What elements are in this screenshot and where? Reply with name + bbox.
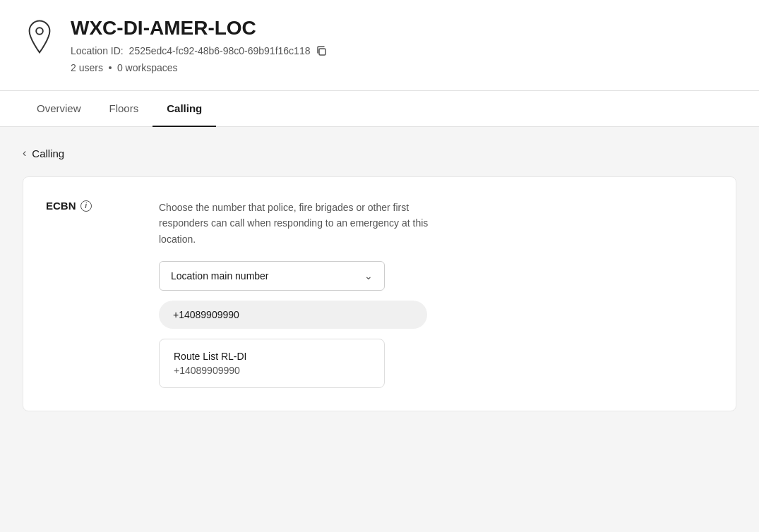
route-list-name: Route List RL-DI (174, 351, 370, 362)
separator-dot (109, 66, 112, 69)
dropdown-value: Location main number (171, 270, 269, 282)
phone-number-display: +14089909990 (159, 301, 427, 329)
ecbn-content: Choose the number that police, fire brig… (159, 200, 713, 388)
users-count: 2 users (71, 62, 103, 73)
ecbn-label-col: ECBN i (46, 200, 131, 388)
back-chevron-icon: ‹ (23, 147, 26, 159)
back-nav-label: Calling (32, 147, 64, 159)
main-content: ‹ Calling ECBN i Choose the number that … (0, 127, 759, 480)
tab-overview[interactable]: Overview (23, 91, 95, 127)
tab-calling[interactable]: Calling (153, 91, 216, 127)
tabs-bar: Overview Floors Calling (0, 91, 759, 127)
chevron-down-icon: ⌄ (364, 270, 373, 282)
location-id-row: Location ID: 2525edc4-fc92-48b6-98c0-69b… (71, 45, 736, 56)
workspaces-count: 0 workspaces (117, 62, 178, 73)
location-pin-icon (23, 20, 56, 54)
ecbn-label: ECBN i (46, 200, 131, 212)
svg-point-0 (36, 28, 43, 35)
copy-icon[interactable] (316, 45, 327, 56)
route-list-box: Route List RL-DI +14089909990 (159, 339, 385, 388)
ecbn-dropdown[interactable]: Location main number ⌄ (159, 261, 385, 291)
header-info: WXC-DI-AMER-LOC Location ID: 2525edc4-fc… (71, 17, 736, 73)
ecbn-info-icon[interactable]: i (80, 200, 92, 212)
route-list-number: +14089909990 (174, 365, 370, 376)
ecbn-card: ECBN i Choose the number that police, fi… (23, 176, 736, 411)
page-title: WXC-DI-AMER-LOC (71, 17, 736, 40)
tab-floors[interactable]: Floors (95, 91, 153, 127)
page-header: WXC-DI-AMER-LOC Location ID: 2525edc4-fc… (0, 0, 759, 91)
back-nav[interactable]: ‹ Calling (23, 147, 736, 159)
location-id-label: Location ID: 2525edc4-fc92-48b6-98c0-69b… (71, 45, 310, 56)
svg-rect-1 (319, 49, 325, 55)
ecbn-section: ECBN i Choose the number that police, fi… (46, 200, 713, 388)
ecbn-description: Choose the number that police, fire brig… (159, 200, 455, 247)
header-meta: 2 users 0 workspaces (71, 62, 736, 73)
